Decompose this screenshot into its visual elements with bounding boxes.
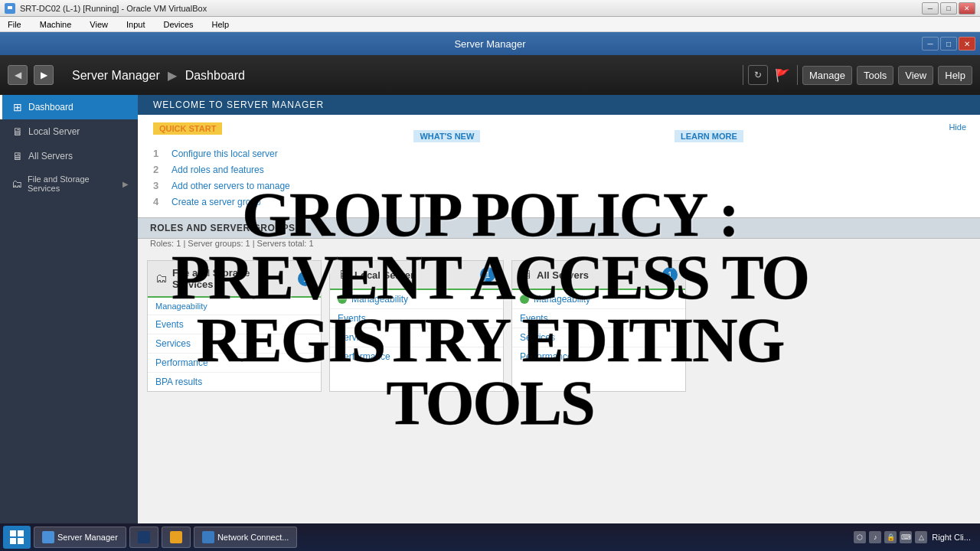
- all-servers-services-link[interactable]: Services: [520, 332, 555, 343]
- taskbar-powershell[interactable]: [129, 527, 158, 548]
- sm-minimize-button[interactable]: ─: [922, 37, 939, 51]
- file-storage-events-link[interactable]: Events: [155, 319, 184, 330]
- qs-link-1[interactable]: Configure this local server: [172, 148, 278, 159]
- tile-row: Manageability: [512, 290, 685, 309]
- what-new-header: WHAT'S NEW: [413, 130, 480, 142]
- tile-all-servers: 🖥 All Servers 1 Manageability Events: [511, 260, 686, 392]
- vm-maximize-button[interactable]: □: [940, 2, 957, 15]
- sm-title: Server Manager: [454, 38, 525, 50]
- svg-rect-3: [18, 530, 24, 536]
- arrow-tray-icon[interactable]: △: [915, 531, 927, 543]
- svg-rect-2: [10, 530, 16, 536]
- file-storage-performance-link[interactable]: Performance: [155, 357, 208, 368]
- sm-restore-button[interactable]: □: [940, 37, 957, 51]
- sm-header: ◀ ▶ Server Manager ▶ Dashboard ↻ 🚩 Manag…: [0, 55, 980, 95]
- tile-count-all-servers: 1: [662, 267, 678, 282]
- sidebar-item-dashboard[interactable]: ⊞ Dashboard: [0, 95, 138, 119]
- vm-close-button[interactable]: ✕: [959, 2, 975, 15]
- taskbar-server-manager[interactable]: Server Manager: [34, 527, 126, 548]
- sidebar-label-local-server: Local Server: [28, 126, 80, 137]
- sidebar-item-file-storage[interactable]: 🗂 File and Storage Services ▶: [0, 168, 138, 199]
- sidebar: ⊞ Dashboard 🖥 Local Server 🖥 All Servers…: [0, 95, 138, 523]
- sm-controls: ─ □ ✕: [922, 37, 975, 51]
- tools-button[interactable]: Tools: [857, 66, 893, 85]
- local-server-status-dot: [338, 295, 347, 304]
- vm-menu-file[interactable]: File: [3, 18, 26, 31]
- breadcrumb-root[interactable]: Server Manager: [72, 69, 160, 82]
- tile-body-all-servers: Manageability Events Services Performanc…: [512, 290, 685, 366]
- back-button[interactable]: ◀: [8, 65, 28, 85]
- tile-body-file-storage: Manageability Events Services Performanc…: [148, 298, 321, 391]
- tile-header-file-storage: 🗂 File and Storage Services 1: [148, 261, 321, 298]
- local-server-services-link[interactable]: Services: [338, 332, 373, 343]
- sound-tray-icon[interactable]: ♪: [869, 531, 881, 543]
- security-tray-icon[interactable]: 🔒: [884, 531, 897, 543]
- qs-link-4[interactable]: Create a server group: [172, 197, 261, 207]
- breadcrumb-current: Dashboard: [185, 69, 245, 82]
- qs-link-2[interactable]: Add roles and features: [172, 165, 264, 175]
- tile-row: Manageability: [148, 298, 321, 315]
- file-storage-icon: 🗂: [11, 178, 23, 190]
- all-servers-performance-link[interactable]: Performance: [520, 351, 573, 362]
- taskbar-network[interactable]: Network Connect...: [194, 527, 298, 548]
- sidebar-item-all-servers[interactable]: 🖥 All Servers: [0, 144, 138, 168]
- qs-item-4[interactable]: 4 Create a server group: [153, 194, 398, 210]
- tile-row: Events: [512, 309, 685, 328]
- qs-link-3[interactable]: Add other servers to manage: [172, 181, 290, 191]
- manage-button[interactable]: Manage: [802, 66, 852, 85]
- tile-row: Services: [512, 328, 685, 347]
- vm-menu-input[interactable]: Input: [122, 18, 149, 31]
- sm-main: ⊞ Dashboard 🖥 Local Server 🖥 All Servers…: [0, 95, 980, 523]
- qs-item-3[interactable]: 3 Add other servers to manage: [153, 178, 398, 194]
- sidebar-item-local-server[interactable]: 🖥 Local Server: [0, 119, 138, 144]
- keyboard-tray-icon[interactable]: ⌨: [900, 531, 912, 543]
- qs-item-2[interactable]: 2 Add roles and features: [153, 161, 398, 178]
- local-server-performance-link[interactable]: Performance: [338, 351, 390, 362]
- server-groups: 🗂 File and Storage Services 1 Manageabil…: [138, 251, 980, 401]
- vm-menu-help[interactable]: Help: [207, 18, 234, 31]
- vm-minimize-button[interactable]: ─: [922, 2, 939, 15]
- tile-row: Performance: [148, 354, 321, 373]
- welcome-title: WELCOME TO SERVER MANAGER: [138, 95, 980, 115]
- taskbar-explorer[interactable]: [162, 527, 191, 548]
- vm-menu-devices[interactable]: Devices: [158, 18, 198, 31]
- sm-close-button[interactable]: ✕: [959, 37, 975, 51]
- what-new-col: WHAT'S NEW: [413, 122, 658, 210]
- content-area: WELCOME TO SERVER MANAGER Hide QUICK STA…: [138, 95, 980, 523]
- powershell-icon: [138, 531, 150, 543]
- vm-menu-machine[interactable]: Machine: [35, 18, 77, 31]
- tile-row: Services: [148, 334, 321, 354]
- flag-button[interactable]: 🚩: [773, 65, 792, 85]
- local-server-manageability-link[interactable]: Manageability: [351, 294, 408, 305]
- server-groups-header: ROLES AND SERVER GROUPS: [138, 217, 980, 239]
- network-icon: [202, 531, 214, 543]
- forward-button[interactable]: ▶: [34, 65, 54, 85]
- refresh-button[interactable]: ↻: [748, 65, 768, 85]
- hide-button[interactable]: Hide: [942, 119, 972, 135]
- network-tray-icon[interactable]: ⬡: [854, 531, 866, 543]
- tile-row: Performance: [512, 347, 685, 366]
- start-button[interactable]: [3, 526, 31, 549]
- tile-file-storage: 🗂 File and Storage Services 1 Manageabil…: [147, 260, 322, 392]
- svg-rect-4: [10, 538, 16, 544]
- all-servers-events-link[interactable]: Events: [520, 313, 548, 324]
- vm-title: SRT-DC02 (L-1) [Running] - Oracle VM Vir…: [20, 4, 922, 13]
- taskbar-network-label: Network Connect...: [217, 533, 289, 542]
- vm-menu-view[interactable]: View: [85, 18, 113, 31]
- breadcrumb-separator: ▶: [168, 69, 177, 82]
- file-storage-services-link[interactable]: Services: [155, 338, 191, 349]
- help-button[interactable]: Help: [938, 66, 972, 85]
- tile-row: Manageability: [330, 290, 503, 309]
- tile-header-all-servers: 🖥 All Servers 1: [512, 261, 685, 290]
- view-button[interactable]: View: [898, 66, 933, 85]
- file-storage-bpa-link[interactable]: BPA results: [155, 377, 202, 387]
- chevron-right-icon: ▶: [122, 180, 129, 188]
- taskbar-right-text: Right Cli...: [932, 533, 971, 542]
- qs-item-1[interactable]: 1 Configure this local server: [153, 145, 398, 161]
- all-servers-tile-icon: 🖥: [520, 268, 532, 282]
- sys-tray-icons: ⬡ ♪ 🔒 ⌨ △: [854, 531, 927, 543]
- local-server-events-link[interactable]: Events: [338, 313, 366, 324]
- taskbar-right: ⬡ ♪ 🔒 ⌨ △ Right Cli...: [854, 531, 977, 543]
- file-storage-manage-link[interactable]: Manageability: [155, 302, 207, 311]
- all-servers-manageability-link[interactable]: Manageability: [534, 294, 590, 305]
